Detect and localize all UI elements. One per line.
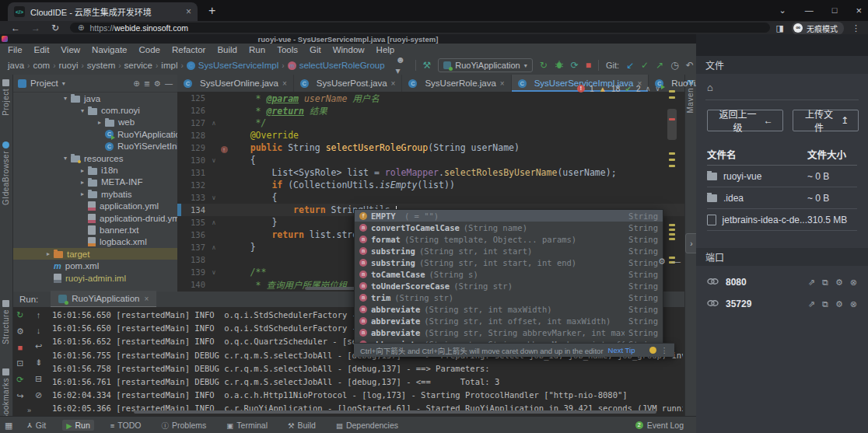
browser-tab[interactable]: </> CloudIDE - 云原生集成开发环境 × — [8, 2, 198, 21]
upload-file-button[interactable]: 上传文件 ↥ — [793, 110, 859, 131]
menu-view[interactable]: View — [61, 45, 80, 54]
event-log-button[interactable]: 2 Event Log — [635, 421, 684, 430]
statusbar-dependencies[interactable]: ▤Dependencies — [332, 420, 402, 431]
tool-stripe-bookmarks[interactable]: Bookmarks — [2, 368, 10, 421]
coverage-icon[interactable]: ⟳ — [571, 60, 579, 71]
history-clock-icon[interactable]: ◷ — [670, 60, 678, 71]
fold-marker-icon[interactable]: ∨ — [208, 157, 219, 164]
breadcrumb-item[interactable]: ruoyi — [59, 61, 79, 70]
kebab-icon[interactable]: ⋮ — [661, 346, 669, 354]
tab-close-icon[interactable]: × — [186, 6, 191, 17]
completion-item-tocamelcase[interactable]: mtoCamelCase(String s)String — [355, 268, 663, 280]
copy-icon[interactable]: ⧉ — [822, 299, 828, 309]
statusbar-todo[interactable]: ≡TODO — [107, 420, 145, 431]
port-row-8080[interactable]: 8080⇗⧉⚙⊗ — [707, 277, 857, 288]
stop-icon[interactable]: ■ — [18, 343, 23, 352]
git-push-icon[interactable]: ↗ — [656, 60, 663, 71]
menu-edit[interactable]: Edit — [34, 45, 50, 54]
tab-close-icon[interactable]: × — [500, 79, 505, 88]
completion-item-empty[interactable]: fEMPTY ( = "")String — [355, 210, 663, 222]
breadcrumb-item[interactable]: service — [124, 61, 152, 70]
tool-window-switcher-icon[interactable]: ▦ — [5, 421, 12, 431]
back-icon[interactable]: ← — [11, 23, 20, 33]
address-bar[interactable]: ⊕ https://webide.sinosoft.com — [70, 23, 770, 33]
tree-item-ruoyi-admin.iml[interactable]: ruoyi-admin.iml — [13, 272, 177, 284]
maximize-icon[interactable]: □ — [832, 5, 838, 15]
settings-icon[interactable]: ⚙ — [835, 278, 843, 288]
tree-chevron-icon[interactable]: ▸ — [77, 167, 88, 174]
tree-item-meta-inf[interactable]: ▸META-INF — [13, 176, 177, 188]
tree-chevron-icon[interactable]: ▸ — [77, 179, 88, 186]
minimize-icon[interactable]: — — [805, 5, 814, 15]
breadcrumb-item[interactable]: system — [87, 61, 115, 70]
completion-item-abbreviate[interactable]: mabbreviate(String str, String abbrevMar… — [355, 326, 663, 338]
rerun-icon[interactable]: ↻ — [540, 60, 548, 71]
file-row-jetbrains-idea-c-de-[interactable]: jetbrains-idea-c-de...310.5 MB — [707, 209, 857, 231]
edit-configuration-wrench-icon[interactable]: ⚙ — [16, 326, 24, 337]
file-row--idea[interactable]: .idea~ 0 B — [707, 187, 857, 209]
breadcrumb-item[interactable]: java — [8, 61, 24, 70]
fold-marker-icon[interactable]: ∧ — [208, 244, 219, 251]
clear-console-icon[interactable]: ⊘ — [35, 390, 42, 400]
editor-tab-sysuseronline.java[interactable]: CSysUserOnline.java× — [177, 75, 294, 92]
menu-build[interactable]: Build — [217, 45, 237, 54]
up-stack-icon[interactable]: ↑ — [37, 310, 41, 320]
open-external-icon[interactable]: ⇗ — [808, 278, 815, 288]
breadcrumb-method[interactable]: mselectUserRoleGroup — [288, 61, 385, 70]
close-icon[interactable]: ⊗ — [850, 299, 857, 309]
chevron-down-icon[interactable]: ⌄ — [779, 5, 786, 16]
close-icon[interactable]: × — [144, 295, 149, 303]
menu-help[interactable]: Help — [376, 45, 395, 54]
inspections-widget[interactable]: !1 ▲18 ✔2 ∧ ∨ — [577, 84, 660, 93]
settings-gear-icon[interactable]: ⚙ — [154, 79, 161, 88]
tree-item-resources[interactable]: ▾resources — [13, 152, 177, 164]
completion-item-tounderscorecase[interactable]: mtoUnderScoreCase(String str)String — [355, 280, 663, 292]
tab-close-icon[interactable]: × — [282, 79, 287, 88]
debug-bug-icon[interactable] — [555, 60, 564, 72]
tree-item-application.yml[interactable]: application.yml — [13, 201, 177, 212]
tree-item-mybatis[interactable]: ▸mybatis — [13, 188, 177, 200]
tree-item-logback.xml[interactable]: logback.xml — [13, 236, 177, 248]
chevron-down-icon[interactable]: ▾ — [62, 80, 65, 87]
tool-stripe-gideabrowser[interactable]: GIdeaBrowser — [2, 141, 10, 205]
editor-tab-sysuserpost.java[interactable]: CSysUserPost.java× — [294, 75, 403, 92]
menu-code[interactable]: Code — [138, 45, 160, 54]
copy-icon[interactable]: ⧉ — [822, 278, 828, 288]
user-icon[interactable]: ☻▾ — [396, 54, 408, 76]
file-row-ruoyi-vue[interactable]: ruoyi-vue~ 0 B — [707, 166, 857, 187]
console-horizontal-scrollbar[interactable] — [134, 410, 656, 414]
thread-dump-icon[interactable]: ⊡ — [16, 358, 23, 368]
soft-wrap-icon[interactable]: ↩ — [35, 341, 42, 351]
tool-stripe-structure[interactable]: Structure — [2, 300, 10, 344]
exit-icon[interactable]: ↪ — [16, 391, 23, 401]
tree-item-ruoyiservletinitializer[interactable]: CRuoYiServletInitializer — [13, 141, 177, 152]
new-tab-button[interactable]: + — [208, 4, 215, 18]
menu-window[interactable]: Window — [333, 45, 365, 54]
print-icon[interactable]: ⊟ — [35, 374, 42, 384]
tree-item-application-druid.yml[interactable]: application-druid.yml — [13, 212, 177, 224]
run-tab[interactable]: RuoYiApplication × — [51, 291, 156, 308]
browser-menu-icon[interactable]: ⋮ — [852, 23, 860, 33]
fold-marker-icon[interactable]: ∨ — [208, 269, 219, 276]
breadcrumb-class[interactable]: CSysUserServiceImpl — [187, 61, 279, 70]
menu-run[interactable]: Run — [249, 45, 265, 54]
tree-chevron-icon[interactable]: ▸ — [77, 190, 88, 197]
reload-icon[interactable]: ↻ — [51, 23, 59, 33]
side-panel-icon[interactable]: ◨ — [776, 23, 784, 33]
port-row-35729[interactable]: 35729⇗⧉⚙⊗ — [707, 299, 857, 309]
site-info-icon[interactable]: ⊕ — [78, 23, 84, 32]
tree-chevron-icon[interactable]: ▾ — [60, 155, 71, 162]
tree-item-pom.xml[interactable]: mpom.xml — [13, 260, 177, 271]
tree-item-ruoyiapplication[interactable]: CRuoYiApplication — [13, 128, 177, 140]
statusbar-problems[interactable]: ⓘProblems — [157, 419, 210, 431]
fold-marker-icon[interactable]: ∨ — [208, 194, 219, 201]
breadcrumb-item[interactable]: impl — [161, 61, 177, 70]
tree-chevron-icon[interactable]: ▾ — [60, 95, 71, 102]
hide-panel-icon[interactable]: — — [165, 79, 173, 88]
tree-item-target[interactable]: ▸target — [13, 248, 177, 260]
menu-git[interactable]: Git — [310, 45, 321, 54]
completion-item-format[interactable]: mformat(String template, Object... param… — [355, 233, 663, 245]
open-external-icon[interactable]: ⇗ — [808, 299, 815, 309]
tree-item-java[interactable]: ▾java — [13, 93, 177, 104]
scroll-to-end-icon[interactable]: ⇟ — [35, 358, 42, 368]
